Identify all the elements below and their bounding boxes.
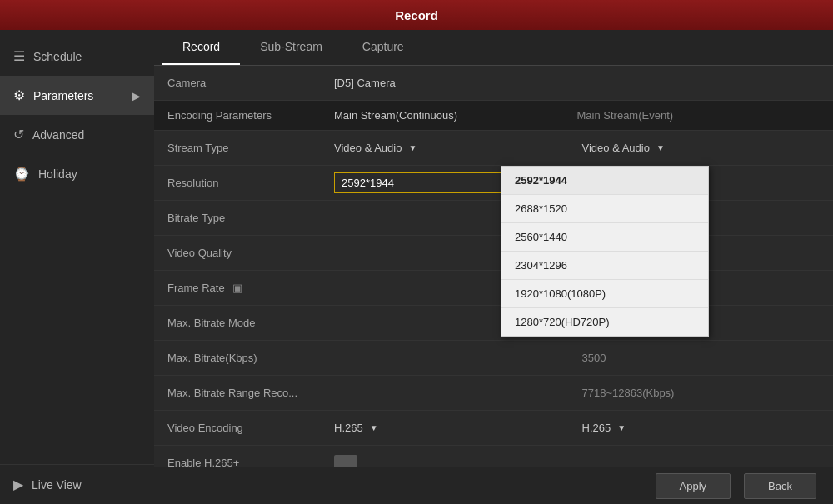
enable-h265plus-toggle[interactable] xyxy=(334,455,357,467)
resolution-value[interactable]: 2592*1944 ▼ 2592*1944 2688*1520 2560*144… xyxy=(329,166,577,200)
resolution-option-2688x1520[interactable]: 2688*1520 xyxy=(501,195,708,223)
resolution-selected-value: 2592*1944 xyxy=(342,177,394,189)
tab-capture[interactable]: Capture xyxy=(342,30,424,65)
max-bitrate-range-label: Max. Bitrate Range Reco... xyxy=(162,380,329,406)
sidebar-label-parameters: Parameters xyxy=(33,89,93,102)
advanced-icon: ↺ xyxy=(13,127,24,142)
frame-rate-info-icon: ▣ xyxy=(232,282,242,294)
max-bitrate-mode-row: Max. Bitrate Mode Custom(500-6000) ▼ xyxy=(154,306,833,341)
apply-button[interactable]: Apply xyxy=(656,473,731,499)
video-encoding-arrow: ▼ xyxy=(370,423,378,432)
max-bitrate-mode-label: Max. Bitrate Mode xyxy=(162,310,329,336)
sidebar-item-advanced[interactable]: ↺ Advanced xyxy=(0,115,154,154)
sidebar-item-parameters[interactable]: ⚙ Parameters ▶ xyxy=(0,76,154,115)
video-quality-label: Video Quality xyxy=(162,240,329,266)
sidebar: ☰ Schedule ⚙ Parameters ▶ ↺ Advanced ⌚ H… xyxy=(0,30,154,504)
max-bitrate-range-value-right: 7718~12863(Kbps) xyxy=(577,380,826,406)
bitrate-type-label: Bitrate Type xyxy=(162,205,329,231)
back-button[interactable]: Back xyxy=(744,473,816,499)
sidebar-item-liveview[interactable]: ▶ Live View xyxy=(0,465,154,504)
encoding-main-event: Main Stream(Event) xyxy=(577,109,821,122)
video-encoding-label: Video Encoding xyxy=(162,415,329,441)
resolution-option-1280x720[interactable]: 1280*720(HD720P) xyxy=(501,308,708,336)
video-encoding-value[interactable]: H.265 ▼ xyxy=(329,415,577,441)
camera-label: Camera xyxy=(162,70,329,96)
tab-sub-stream[interactable]: Sub-Stream xyxy=(240,30,342,65)
enable-h265plus-row: Enable H.265+ xyxy=(154,446,833,467)
frame-rate-label: Frame Rate ▣ xyxy=(162,275,329,301)
max-bitrate-range-row: Max. Bitrate Range Reco... 7718~12863(Kb… xyxy=(154,376,833,411)
form-content: Camera [D5] Camera Encoding Parameters M… xyxy=(154,66,833,467)
sidebar-item-schedule[interactable]: ☰ Schedule xyxy=(0,37,154,76)
parameters-icon: ⚙ xyxy=(13,87,25,103)
sidebar-label-advanced: Advanced xyxy=(32,128,84,142)
stream-type-select[interactable]: Video & Audio ▼ xyxy=(334,142,572,154)
sidebar-label-liveview: Live View xyxy=(32,478,82,492)
sidebar-label-holiday: Holiday xyxy=(38,167,77,181)
enable-h265plus-value-right xyxy=(577,457,826,467)
encoding-parameters-row: Encoding Parameters Main Stream(Continuo… xyxy=(154,101,833,131)
resolution-option-1920x1080[interactable]: 1920*1080(1080P) xyxy=(501,280,708,308)
stream-type-row: Stream Type Video & Audio ▼ Video & Audi… xyxy=(154,131,833,166)
bottom-bar: Apply Back xyxy=(154,467,833,504)
video-quality-row: Video Quality Highest ▼ xyxy=(154,236,833,271)
video-encoding-row: Video Encoding H.265 ▼ H.265 ▼ xyxy=(154,411,833,446)
max-bitrate-kbps-label: Max. Bitrate(Kbps) xyxy=(162,345,329,371)
resolution-option-2560x1440[interactable]: 2560*1440 xyxy=(501,223,708,252)
holiday-icon: ⌚ xyxy=(13,166,30,182)
max-bitrate-kbps-value xyxy=(329,352,577,365)
video-encoding-right-arrow: ▼ xyxy=(617,423,626,432)
schedule-icon: ☰ xyxy=(13,48,25,64)
stream-type-value[interactable]: Video & Audio ▼ xyxy=(329,135,577,161)
title-text: Record xyxy=(395,8,438,22)
max-bitrate-range-value xyxy=(329,387,577,400)
video-encoding-right-select[interactable]: H.265 ▼ xyxy=(582,422,821,434)
encoding-main-continuous: Main Stream(Continuous) xyxy=(334,109,577,122)
title-bar: Record xyxy=(0,0,833,30)
enable-h265plus-value[interactable] xyxy=(329,448,577,467)
video-encoding-value-right[interactable]: H.265 ▼ xyxy=(577,415,826,441)
resolution-row: Resolution 2592*1944 ▼ 2592*1944 2688*15… xyxy=(154,166,833,201)
sidebar-label-schedule: Schedule xyxy=(33,50,82,63)
bitrate-type-row: Bitrate Type Constant ▼ xyxy=(154,201,833,236)
liveview-icon: ▶ xyxy=(13,477,23,492)
sidebar-item-holiday[interactable]: ⌚ Holiday xyxy=(0,154,154,193)
max-bitrate-kbps-value-right: 3500 xyxy=(577,345,826,371)
video-encoding-select[interactable]: H.265 ▼ xyxy=(334,422,572,434)
camera-value: [D5] Camera xyxy=(329,70,825,96)
stream-type-value-right: Video & Audio ▼ xyxy=(577,135,826,161)
camera-row: Camera [D5] Camera xyxy=(154,66,833,101)
frame-rate-row: Frame Rate ▣ 15fps ▼ xyxy=(154,271,833,306)
stream-type-right-arrow: ▼ xyxy=(656,143,665,152)
enable-h265plus-label: Enable H.265+ xyxy=(162,450,329,467)
content-area: Record Sub-Stream Capture Camera [D5] Ca… xyxy=(154,30,833,504)
tab-record[interactable]: Record xyxy=(162,30,240,65)
stream-type-arrow: ▼ xyxy=(408,143,416,152)
resolution-option-2592x1944[interactable]: 2592*1944 xyxy=(501,167,708,195)
resolution-label: Resolution xyxy=(162,170,329,196)
resolution-option-2304x1296[interactable]: 2304*1296 xyxy=(501,252,708,280)
stream-type-label: Stream Type xyxy=(162,135,329,161)
tabs-bar: Record Sub-Stream Capture xyxy=(154,30,833,66)
stream-type-right-select: Video & Audio ▼ xyxy=(582,142,821,154)
max-bitrate-kbps-row: Max. Bitrate(Kbps) 3500 xyxy=(154,341,833,376)
parameters-arrow-icon: ▶ xyxy=(132,89,141,102)
encoding-params-label: Encoding Parameters xyxy=(167,109,334,122)
resolution-dropdown-list: 2592*1944 2688*1520 2560*1440 2304*1296 … xyxy=(501,166,709,337)
